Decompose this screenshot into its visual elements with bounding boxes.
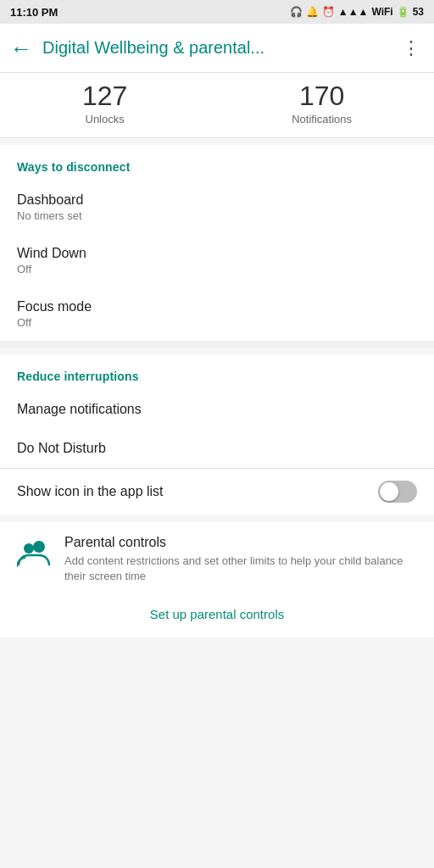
status-time: 11:10 PM [10, 6, 58, 19]
do-not-disturb-title: Do Not Disturb [17, 441, 417, 456]
parental-controls-subtitle: Add content restrictions and set other l… [64, 554, 417, 584]
app-bar: ← Digital Wellbeing & parental... ⋮ [0, 24, 434, 73]
unlocks-label: Unlocks [82, 113, 127, 125]
parental-controls-section: Parental controls Add content restrictio… [0, 521, 434, 637]
parental-controls-link[interactable]: Set up parental controls [17, 595, 417, 637]
parental-icon [17, 537, 51, 578]
parental-controls-cta[interactable]: Set up parental controls [150, 607, 284, 621]
focus-mode-title: Focus mode [17, 299, 417, 314]
do-not-disturb-item[interactable]: Do Not Disturb [0, 429, 434, 468]
parental-controls-title: Parental controls [64, 535, 417, 550]
wind-down-title: Wind Down [17, 246, 417, 261]
focus-mode-subtitle: Off [17, 316, 417, 329]
stats-row: 127 Unlocks 170 Notifications [0, 73, 434, 138]
app-bar-title: Digital Wellbeing & parental... [42, 38, 395, 58]
toggle-knob [380, 482, 398, 501]
svg-point-0 [33, 541, 45, 553]
back-button[interactable]: ← [3, 31, 39, 66]
dashboard-subtitle: No timers set [17, 209, 417, 222]
ways-to-disconnect-header: Ways to disconnect [0, 145, 434, 181]
parental-controls-row: Parental controls Add content restrictio… [17, 535, 417, 594]
alarm-icon: ⏰ [322, 6, 335, 18]
show-icon-title: Show icon in the app list [17, 484, 378, 499]
wind-down-item[interactable]: Wind Down Off [0, 234, 434, 287]
show-icon-item[interactable]: Show icon in the app list [0, 469, 434, 515]
reduce-interruptions-header: Reduce interruptions [0, 354, 434, 390]
ways-to-disconnect-section: Ways to disconnect Dashboard No timers s… [0, 145, 434, 341]
more-options-button[interactable]: ⋮ [395, 32, 427, 64]
status-bar: 11:10 PM 🎧 🔔 ⏰ ▲▲▲ WiFi 🔋 53 [0, 0, 434, 24]
reduce-interruptions-section: Reduce interruptions Manage notification… [0, 354, 434, 515]
notifications-value: 170 [292, 81, 352, 111]
manage-notifications-item[interactable]: Manage notifications [0, 390, 434, 429]
wifi-icon: WiFi [371, 6, 392, 18]
focus-mode-item[interactable]: Focus mode Off [0, 287, 434, 341]
status-icons: 🎧 🔔 ⏰ ▲▲▲ WiFi 🔋 53 [290, 6, 424, 18]
wind-down-subtitle: Off [17, 263, 417, 275]
dashboard-title: Dashboard [17, 192, 417, 208]
show-icon-toggle[interactable] [378, 481, 417, 503]
unlocks-stat: 127 Unlocks [82, 81, 127, 125]
battery-level: 53 [413, 6, 424, 18]
show-icon-toggle-container [378, 481, 417, 503]
signal-icon: ▲▲▲ [338, 6, 369, 18]
svg-point-1 [24, 543, 34, 554]
unlocks-value: 127 [82, 81, 127, 111]
notifications-label: Notifications [292, 113, 352, 125]
headphone-icon: 🎧 [290, 6, 303, 18]
bell-icon: 🔔 [306, 6, 319, 18]
battery-icon: 🔋 [397, 6, 409, 18]
section-divider-1 [0, 341, 434, 348]
manage-notifications-title: Manage notifications [17, 402, 417, 417]
dashboard-item[interactable]: Dashboard No timers set [0, 181, 434, 234]
notifications-stat: 170 Notifications [292, 81, 352, 125]
